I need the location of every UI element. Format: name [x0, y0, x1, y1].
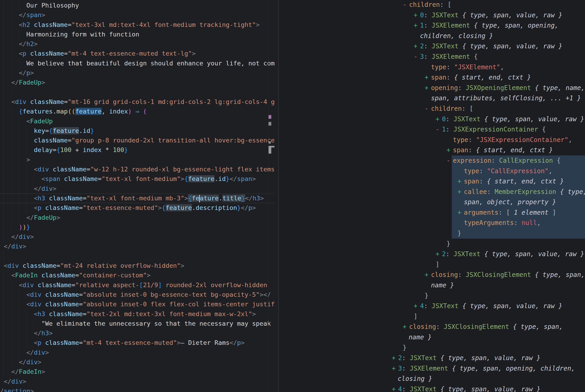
code-line[interactable]: Our Philosophy	[0, 1, 274, 10]
collapse-marker-icon[interactable]: -	[447, 156, 453, 166]
expand-marker-icon[interactable]: +	[447, 145, 453, 156]
code-line[interactable]: </div>	[0, 232, 274, 242]
code-line[interactable]: </div>	[0, 377, 274, 386]
code-line[interactable]: className="group p-8 rounded-2xl transit…	[0, 136, 274, 145]
ast-line[interactable]: span, object, property }	[279, 197, 585, 208]
expand-marker-icon[interactable]: +	[457, 187, 464, 197]
expand-marker-icon[interactable]: +	[392, 384, 398, 392]
expand-marker-icon[interactable]: +	[414, 10, 420, 20]
ast-line[interactable]: typeArguments: null,	[279, 218, 585, 228]
code-line[interactable]	[0, 252, 274, 261]
code-line[interactable]: <div className="mt-16 grid grid-cols-1 m…	[0, 97, 274, 107]
code-line[interactable]: ))}	[0, 222, 274, 232]
expand-marker-icon[interactable]: +	[403, 322, 409, 332]
expand-marker-icon[interactable]: +	[425, 83, 431, 93]
code-line[interactable]: </FadeUp>	[0, 213, 274, 222]
code-line[interactable]: <h3 className="text-2xl md:text-3xl font…	[0, 309, 274, 319]
collapse-marker-icon[interactable]: -	[414, 52, 420, 62]
ast-line[interactable]: type: "CallExpression",	[279, 166, 585, 176]
code-line[interactable]: <div className="mt-24 relative overflow-…	[0, 261, 274, 270]
code-line[interactable]: /section>	[0, 386, 274, 392]
code-line[interactable]: </h3>	[0, 328, 274, 338]
code-line[interactable]: <div className="absolute inset-0 flex fl…	[0, 300, 274, 309]
expand-marker-icon[interactable]: +	[414, 20, 420, 31]
ast-line[interactable]: type: "JSXElement",	[279, 62, 585, 72]
ast-line[interactable]: +opening: JSXOpeningElement { type, name…	[279, 83, 585, 93]
expand-marker-icon[interactable]: +	[425, 72, 431, 83]
code-line[interactable]: </div>	[0, 242, 274, 251]
code-line[interactable]: </span>	[0, 10, 274, 20]
expand-marker-icon[interactable]: +	[457, 176, 464, 187]
code-line[interactable]: <span className="text-xl font-medium">{f…	[0, 174, 274, 184]
ast-line[interactable]: +2: JSXText { type, span, value, raw }	[279, 41, 585, 52]
code-line[interactable]: <p className="mt-4 text-essence-muted">—…	[0, 338, 274, 348]
expand-marker-icon[interactable]: +	[436, 114, 442, 124]
ast-line[interactable]: }	[279, 238, 585, 249]
ast-line[interactable]: ]	[279, 311, 585, 322]
code-line[interactable]: delay={100 + index * 100}	[0, 145, 274, 155]
ast-line[interactable]: }	[279, 342, 585, 353]
code-line[interactable]: </FadeIn>	[0, 367, 274, 376]
ast-line[interactable]: +span: { start, end, ctxt }	[279, 145, 585, 156]
ast-line[interactable]: +4: JSXText { type, span, value, raw }	[279, 384, 585, 392]
expand-marker-icon[interactable]: +	[392, 353, 398, 363]
code-line[interactable]: <FadeUp	[0, 116, 274, 126]
collapse-marker-icon[interactable]: -	[403, 0, 409, 10]
code-line[interactable]: </h2>	[0, 39, 274, 49]
ast-line[interactable]: closing }	[279, 374, 585, 384]
code-line[interactable]: <h3 className="text-xl font-medium mb-3"…	[0, 194, 274, 203]
expand-marker-icon[interactable]: +	[457, 208, 464, 218]
code-line[interactable]: <p className="text-essence-muted">{featu…	[0, 203, 274, 213]
code-line[interactable]: We believe that beautiful design should …	[0, 58, 274, 68]
expand-marker-icon[interactable]: +	[436, 249, 442, 259]
ast-line[interactable]: name }	[279, 332, 585, 342]
code-line[interactable]: </p>	[0, 68, 274, 78]
code-editor-pane[interactable]: Our Philosophy </span> <h2 className="te…	[0, 0, 279, 392]
code-line[interactable]: <h2 className="text-3xl md:text-4xl font…	[0, 20, 274, 30]
ast-line[interactable]: +4: JSXText { type, span, value, raw }	[279, 301, 585, 311]
ast-line[interactable]: +0: JSXText { type, span, value, raw }	[279, 10, 585, 20]
ast-line[interactable]: span, attributes, selfClosing, ... +1 }	[279, 93, 585, 104]
code-line[interactable]	[0, 88, 274, 97]
code-line[interactable]: key={feature.id}	[0, 126, 274, 136]
code-line[interactable]: "We eliminate the unnecessary so that th…	[0, 319, 274, 328]
ast-line[interactable]: -3: JSXElement {	[279, 52, 585, 62]
expand-marker-icon[interactable]: +	[392, 363, 398, 374]
ast-line[interactable]: +span: { start, end, ctxt }	[279, 176, 585, 187]
ast-line[interactable]: -children: [	[279, 104, 585, 114]
collapse-marker-icon[interactable]: -	[425, 104, 431, 114]
ast-line[interactable]: +closing: JSXClosingElement { type, span…	[279, 322, 585, 332]
ast-line[interactable]: -children: [	[279, 0, 585, 10]
code-line[interactable]: <div className="w-12 h-12 rounded-xl bg-…	[0, 164, 274, 174]
ast-line[interactable]: +3: JSXElement { type, span, opening, ch…	[279, 363, 585, 374]
code-line[interactable]: >	[0, 155, 274, 164]
code-line[interactable]: <div className="relative aspect-[21/9] r…	[0, 280, 274, 290]
ast-line[interactable]: +2: JSXText { type, span, value, raw }	[279, 353, 585, 363]
expand-marker-icon[interactable]: +	[414, 41, 420, 52]
ast-explorer-pane[interactable]: -children: [+0: JSXText { type, span, va…	[279, 0, 585, 392]
ast-line[interactable]: +closing: JSXClosingElement { type, span…	[279, 270, 585, 280]
ast-line[interactable]: +0: JSXText { type, span, value, raw }	[279, 114, 585, 124]
ast-line[interactable]: +2: JSXText { type, span, value, raw }	[279, 249, 585, 259]
code-line[interactable]: <p className="mt-4 text-essence-muted te…	[0, 49, 274, 58]
expand-marker-icon[interactable]: +	[425, 270, 431, 280]
code-line[interactable]: <FadeIn className="container-custom">	[0, 270, 274, 280]
code-line[interactable]: </div>	[0, 348, 274, 357]
code-line[interactable]: Harmonizing form with function	[0, 30, 274, 39]
ast-line[interactable]: +span: { start, end, ctxt }	[279, 72, 585, 83]
ast-line[interactable]: name }	[279, 280, 585, 290]
code-line[interactable]: </div>	[0, 357, 274, 367]
ast-line[interactable]: -1: JSXExpressionContainer {	[279, 124, 585, 135]
expand-marker-icon[interactable]: +	[414, 301, 420, 311]
collapse-marker-icon[interactable]: -	[436, 124, 442, 135]
ast-line[interactable]: }	[279, 290, 585, 301]
ast-line[interactable]: +arguments: [ 1 element ]	[279, 208, 585, 218]
ast-line[interactable]: -expression: CallExpression {	[279, 156, 585, 166]
ast-line[interactable]: ]	[279, 259, 585, 270]
code-line[interactable]: </FadeUp>	[0, 78, 274, 87]
ast-line[interactable]: +1: JSXElement { type, span, opening,	[279, 20, 585, 31]
scrollbar[interactable]	[268, 0, 268, 392]
code-line[interactable]: </div>	[0, 184, 274, 194]
ast-line[interactable]: type: "JSXExpressionContainer",	[279, 135, 585, 145]
code-line[interactable]: {features.map((feature, index) ⇒ (	[0, 107, 274, 116]
